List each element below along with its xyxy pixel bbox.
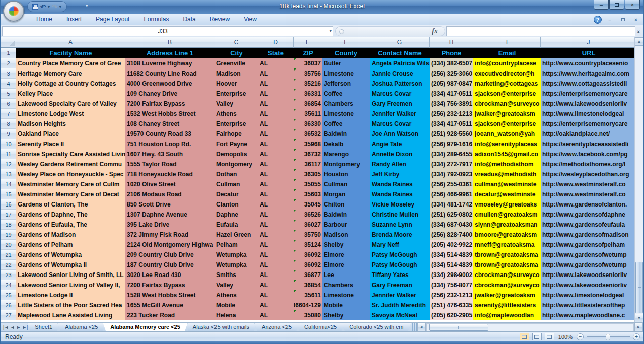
cell-address[interactable]: 1020 Olive Street — [125, 179, 214, 189]
cell-phone[interactable]: (334) 514-4839 — [430, 250, 473, 260]
cell-state[interactable]: AL — [258, 169, 294, 179]
cell-county[interactable]: Montgomery — [322, 159, 370, 169]
cell-phone[interactable]: (334) 298-9002 — [430, 270, 473, 280]
column-header-C[interactable]: C — [214, 37, 258, 48]
horizontal-scroll-track[interactable] — [426, 323, 634, 331]
cell-contact-name[interactable]: Jennifer Walker — [370, 109, 430, 119]
cell-address[interactable]: 209 Country Club Drive — [125, 250, 214, 260]
cell-county[interactable]: Elmore — [322, 260, 370, 270]
cell-email[interactable]: info@serenityplaceas — [473, 139, 541, 149]
cell-facility-name[interactable]: Gardens of Wetumpka II — [16, 260, 125, 270]
cell-county[interactable]: Chambers — [322, 99, 370, 109]
column-header-F[interactable]: F — [322, 37, 370, 48]
cell-url[interactable]: http://www.limestonelodgeal — [541, 109, 636, 119]
cell-state[interactable]: AL — [258, 58, 294, 68]
cell-url[interactable]: http://www.gardensofwetump — [541, 260, 636, 270]
cell-address[interactable]: 1528 West Hobbs Street — [125, 290, 214, 300]
sheet-tab-alaska-25-with-emails[interactable]: Alaska <25 with emails — [185, 323, 257, 331]
cell-state[interactable]: AL — [258, 199, 294, 210]
row-header-15[interactable]: 15 — [1, 189, 16, 199]
cell-contact-name[interactable]: Marcus Covar — [370, 119, 430, 129]
select-all-corner[interactable] — [1, 37, 16, 48]
cell-city[interactable]: Wetumpka — [214, 260, 258, 270]
row-header-3[interactable]: 3 — [1, 68, 16, 79]
cell-city[interactable]: Enterprise — [214, 89, 258, 99]
cell-zip[interactable]: 35611 — [294, 290, 322, 300]
cell-phone[interactable]: (334) 756-8077 — [430, 280, 473, 290]
cell-url[interactable]: https://www.facebook.com/pg — [541, 149, 636, 159]
cell-address[interactable]: 7200 Fairfax Bypass — [125, 280, 214, 290]
cell-phone[interactable]: (251) 625-0802 — [430, 210, 473, 220]
cell-zip[interactable]: 35055 — [294, 179, 322, 189]
cell-address[interactable]: 2124 Old Montgomery Highwa — [125, 240, 214, 250]
cell-facility-name[interactable]: Lakewood Specialty Care of Valley — [16, 99, 125, 109]
cell-state[interactable]: AL — [258, 179, 294, 189]
scroll-right-icon[interactable]: ► — [634, 323, 643, 331]
cell-url[interactable]: https://methodisthomes.org/l — [541, 159, 636, 169]
cell-contact-name[interactable]: Randy Allen — [370, 159, 430, 169]
formula-input[interactable] — [446, 26, 635, 36]
cell-facility-name[interactable]: Gardens of Eufaula, The — [16, 220, 125, 230]
cell-state[interactable]: AL — [258, 129, 294, 139]
ribbon-tab-insert[interactable]: Insert — [59, 14, 89, 25]
cell-url[interactable]: https://enterprisememorycare — [541, 119, 636, 129]
cell-email[interactable]: cbrockman@surveyco — [473, 270, 541, 280]
row-header-14[interactable]: 14 — [1, 179, 16, 189]
cell-url[interactable]: http://www.maplewoodlane.c — [541, 310, 636, 320]
cell-state[interactable]: AL — [258, 280, 294, 290]
cell-state[interactable]: AL — [258, 270, 294, 280]
sheet-tab-sheet1[interactable]: Sheet1 — [27, 323, 60, 331]
cell-url[interactable]: https://serenityplaceassistedli — [541, 139, 636, 149]
cell-city[interactable]: Wetumpka — [214, 250, 258, 260]
row-header-27[interactable]: 27 — [1, 310, 16, 320]
cell-city[interactable]: Fairhope — [214, 129, 258, 139]
cell-email[interactable]: vreadus@methodisth — [473, 169, 541, 179]
cell-address[interactable]: 1307 Daphne Avenue — [125, 210, 214, 220]
cell-county[interactable]: Chambers — [322, 280, 370, 290]
column-header-B[interactable]: B — [125, 37, 214, 48]
cell-county[interactable]: Morgan — [322, 189, 370, 199]
cell-facility-name[interactable]: Lakewood Senior Living of Valley II, — [16, 280, 125, 290]
cell-zip[interactable]: 36526 — [294, 210, 322, 220]
cell-zip[interactable]: 36532 — [294, 129, 322, 139]
sheet-tab-arizona-25[interactable]: Arizona <25 — [254, 323, 299, 331]
row-header-7[interactable]: 7 — [1, 109, 16, 119]
cell-city[interactable]: Helena — [214, 310, 258, 320]
office-button[interactable] — [3, 1, 24, 22]
cell-url[interactable]: http://www.gardensofeufaula — [541, 220, 636, 230]
next-sheet-icon[interactable]: ► — [16, 325, 21, 330]
cell-contact-name[interactable]: Christine Mullen — [370, 210, 430, 220]
cell-email[interactable]: cbrockman@surveyco — [473, 280, 541, 290]
cell-email[interactable]: jwalker@greatoaksm — [473, 109, 541, 119]
cell-address[interactable]: 850 Scott Drive — [125, 199, 214, 210]
cell-zip[interactable]: 35750 — [294, 230, 322, 240]
cell-phone[interactable]: (334) 272-7917 — [430, 159, 473, 169]
row-header-13[interactable]: 13 — [1, 169, 16, 179]
cell-contact-name[interactable]: Brenda Moore — [370, 230, 430, 240]
cell-city[interactable]: Cullman — [214, 179, 258, 189]
cell-county[interactable]: Jefferson — [322, 79, 370, 89]
cell-url[interactable]: http://www.gardensofwetump — [541, 250, 636, 260]
minimize-button[interactable]: – — [594, 0, 609, 10]
cell-state[interactable]: AL — [258, 310, 294, 320]
cell-facility-name[interactable]: Kelley Place — [16, 89, 125, 99]
cell-phone[interactable]: (256) 255-0361 — [430, 179, 473, 189]
cell-county[interactable]: Butler — [322, 58, 370, 68]
vertical-scroll-thumb[interactable] — [635, 262, 643, 313]
scroll-up-icon[interactable]: ▲ — [635, 37, 643, 46]
row-header-11[interactable]: 11 — [1, 149, 16, 159]
cell-phone[interactable]: (256) 232-1213 — [430, 109, 473, 119]
row-header-6[interactable]: 6 — [1, 99, 16, 109]
cell-county[interactable]: Limestone — [322, 290, 370, 300]
cell-state[interactable]: AL — [258, 290, 294, 300]
cell-phone[interactable]: (334) 481-1742 — [430, 199, 473, 210]
cell-address[interactable]: 3020 Lee Road 430 — [125, 270, 214, 280]
cell-contact-name[interactable]: Patsy McGough — [370, 250, 430, 260]
cell-city[interactable]: Pelham — [214, 240, 258, 250]
cell-email[interactable]: cullman@westminste — [473, 179, 541, 189]
cell-facility-name[interactable]: Limestone Lodge West — [16, 109, 125, 119]
cell-address[interactable]: 1607 Hwy. 43 South — [125, 149, 214, 159]
cell-url[interactable]: http://www.gardensofdaphne — [541, 210, 636, 220]
cell-city[interactable]: Madison — [214, 68, 258, 79]
cell-county[interactable]: Dekalb — [322, 139, 370, 149]
